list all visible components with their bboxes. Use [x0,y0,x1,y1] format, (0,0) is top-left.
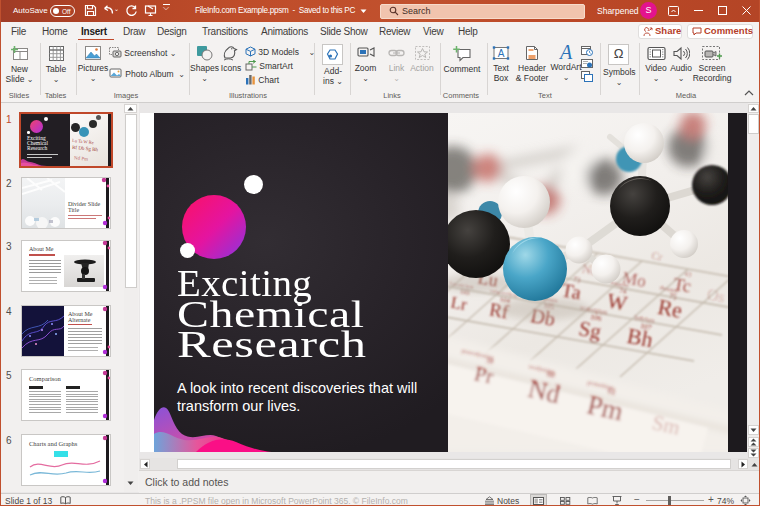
svg-text:Os: Os [706,285,727,305]
svg-text:A: A [498,48,505,59]
svg-text:Mo: Mo [621,268,648,291]
svg-text:A: A [558,44,573,60]
